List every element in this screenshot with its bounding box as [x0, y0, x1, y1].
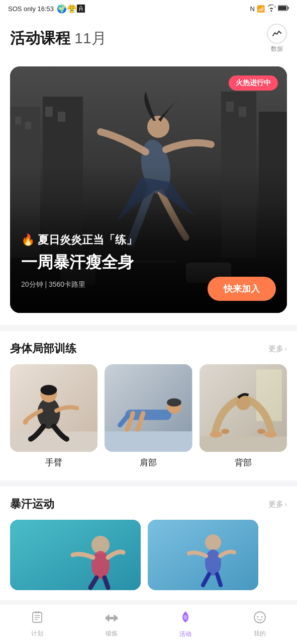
svg-rect-58: [110, 617, 114, 619]
status-right: N 📶: [250, 5, 289, 13]
svg-point-44: [91, 551, 110, 579]
svg-rect-57: [114, 615, 116, 621]
header: 活动课程 11月 数据: [0, 18, 297, 61]
banner-section: 火热进行中 🔥 夏日炎炎正当「练」 一周暴汗瘦全身 20分钟 | 3560卡路里…: [0, 61, 297, 325]
chevron-right-icon: ›: [284, 345, 287, 353]
arm-image: [10, 364, 97, 452]
exercise-icon: [105, 611, 119, 627]
svg-point-47: [205, 549, 221, 576]
svg-rect-22: [10, 431, 97, 452]
banner-content: 🔥 夏日炎炎正当「练」 一周暴汗瘦全身 20分钟 | 3560卡路里 快来加入: [10, 202, 287, 313]
svg-rect-53: [38, 611, 39, 613]
svg-point-33: [135, 427, 140, 432]
bottom-nav: 计划 锻炼 活动: [0, 604, 297, 644]
svg-point-38: [210, 431, 222, 437]
section-header-body: 身体局部训练 更多 ›: [10, 341, 287, 356]
svg-rect-1: [278, 6, 286, 10]
body-part-shoulder[interactable]: 肩部: [105, 364, 192, 468]
mine-label: 我的: [254, 629, 266, 638]
nav-plan[interactable]: 计划: [0, 607, 74, 642]
signal-icon: 📶: [257, 5, 265, 13]
body-more-button[interactable]: 更多 ›: [268, 344, 287, 354]
svg-point-41: [257, 429, 265, 434]
data-label: 数据: [271, 45, 283, 53]
fire-icon: 🔥: [21, 233, 35, 247]
body-parts-grid: 手臂: [10, 364, 287, 468]
nav-activity[interactable]: 活动: [149, 606, 223, 642]
wifi-icon: [267, 5, 276, 13]
nav-mine[interactable]: 我的: [223, 607, 297, 642]
svg-point-62: [261, 616, 263, 617]
battery-icon: [278, 5, 289, 13]
svg-point-39: [264, 431, 277, 437]
status-emoji: 🌍😤🅰: [57, 4, 85, 14]
body-training-section: 身体局部训练 更多 ›: [0, 331, 297, 480]
svg-rect-36: [200, 437, 287, 452]
banner-meta: 20分钟 | 3560卡路里: [21, 280, 85, 289]
plan-label: 计划: [31, 629, 43, 638]
banner-card[interactable]: 火热进行中 🔥 夏日炎炎正当「练」 一周暴汗瘦全身 20分钟 | 3560卡路里…: [10, 66, 287, 313]
svg-point-31: [167, 398, 181, 407]
sweat-section: 暴汗运动 更多 ›: [0, 487, 297, 600]
svg-rect-2: [288, 7, 289, 10]
back-image: [200, 364, 287, 452]
svg-point-40: [221, 429, 229, 434]
svg-rect-52: [35, 611, 37, 613]
svg-point-37: [236, 396, 250, 411]
svg-point-26: [23, 420, 28, 425]
svg-point-32: [125, 427, 130, 432]
section-title-body: 身体局部训练: [10, 341, 76, 356]
banner-hot-tag: 火热进行中: [229, 75, 278, 91]
page-title: 活动课程 11月: [10, 28, 107, 49]
data-button[interactable]: 数据: [267, 24, 287, 53]
body-part-back[interactable]: 背部: [200, 364, 287, 468]
svg-rect-28: [105, 431, 192, 452]
chevron-right-icon-2: ›: [284, 500, 287, 508]
svg-rect-55: [116, 616, 118, 620]
status-left: SOS only 16:53 🌍😤🅰: [8, 4, 85, 14]
join-button[interactable]: 快来加入: [208, 277, 276, 301]
svg-rect-54: [106, 616, 108, 620]
svg-rect-56: [108, 615, 110, 621]
shoulder-image: [105, 364, 192, 452]
sweat-cards-row: [10, 520, 287, 600]
sweat-more-button[interactable]: 更多 ›: [268, 500, 287, 509]
activity-icon: [179, 610, 192, 628]
sweat-card-2[interactable]: [148, 520, 258, 590]
mine-icon: [253, 611, 266, 627]
banner-subtitle: 一周暴汗瘦全身: [21, 252, 276, 274]
banner-fire-title: 🔥 夏日炎炎正当「练」: [21, 232, 276, 248]
svg-point-61: [257, 616, 259, 617]
status-sos: SOS only 16:53: [8, 5, 54, 13]
nav-exercise[interactable]: 锻炼: [74, 607, 149, 642]
svg-point-60: [254, 612, 265, 623]
body-part-arm[interactable]: 手臂: [10, 364, 97, 468]
svg-point-46: [205, 534, 221, 550]
svg-point-25: [41, 385, 57, 395]
nfc-icon: N: [250, 5, 255, 13]
exercise-label: 锻炼: [106, 629, 118, 638]
shoulder-label: 肩部: [140, 457, 157, 468]
sweat-card-1[interactable]: [10, 520, 141, 590]
svg-point-59: [183, 615, 187, 620]
section-title-sweat: 暴汗运动: [10, 497, 54, 512]
section-header-sweat: 暴汗运动 更多 ›: [10, 497, 287, 512]
status-bar: SOS only 16:53 🌍😤🅰 N 📶: [0, 0, 297, 18]
back-label: 背部: [235, 457, 252, 468]
activity-label: 活动: [179, 630, 191, 638]
arm-label: 手臂: [45, 457, 62, 468]
data-icon: [267, 24, 287, 44]
plan-icon: [31, 611, 44, 627]
